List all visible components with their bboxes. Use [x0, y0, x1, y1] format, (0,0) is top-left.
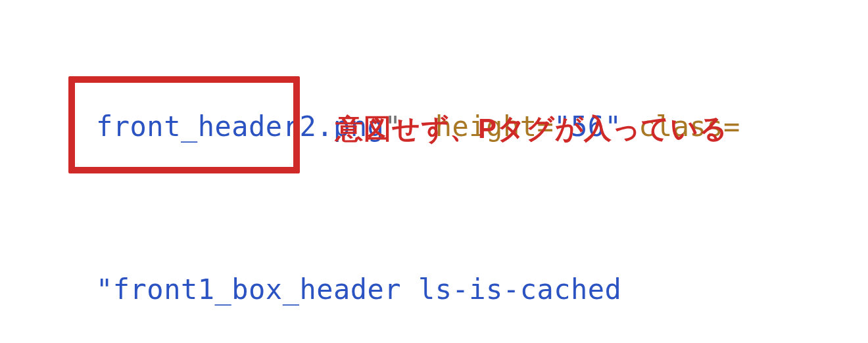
devtools-dom-snippet: front_header2.png" height="56" class= "f… [0, 0, 868, 343]
attr-value: "front1_box_header ls-is-cached [96, 273, 639, 306]
annotation-label: 意図せず、Pタグが入っている [335, 110, 728, 147]
code-line-2: "front1_box_header ls-is-cached [0, 269, 868, 310]
highlight-box [68, 76, 300, 173]
